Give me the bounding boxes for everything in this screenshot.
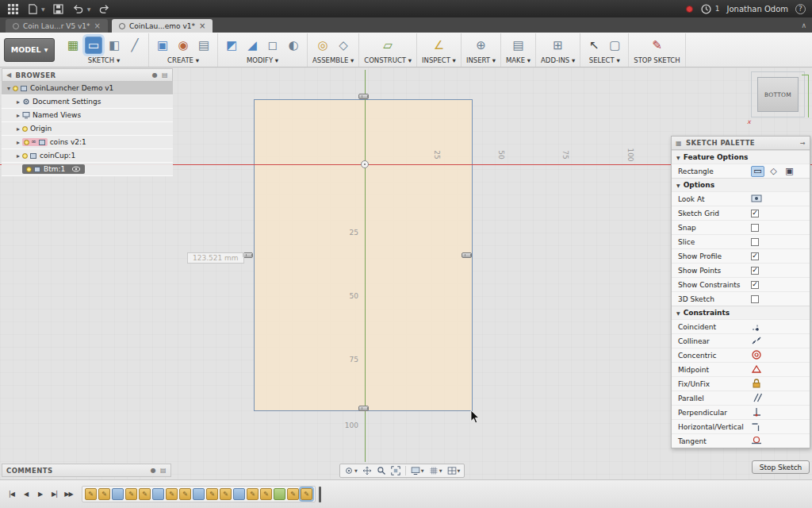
document-tab-2-active[interactable]: CoinLau...emo v1* × <box>112 19 213 33</box>
revolve-icon[interactable]: ◉ <box>174 37 192 54</box>
slice-checkbox[interactable] <box>751 238 759 246</box>
timeline-sketch-operation[interactable]: ✎ <box>260 488 272 500</box>
timeline-sketch-operation[interactable]: ✎ <box>206 488 218 500</box>
timeline-sketch-operation[interactable]: ✎ <box>179 488 191 500</box>
visibility-bulb-icon[interactable] <box>24 140 29 145</box>
file-dropdown-caret-icon[interactable]: ▼ <box>41 6 45 12</box>
timeline-sketch-operation[interactable]: ✎ <box>287 488 299 500</box>
add-ins-icon[interactable]: ⊞ <box>550 37 567 54</box>
horizontal-vertical-icon[interactable] <box>751 421 763 433</box>
tangent-icon[interactable] <box>751 435 763 447</box>
viewcube[interactable]: BOTTOM x <box>747 71 809 124</box>
fit-icon[interactable] <box>389 464 402 477</box>
visibility-bulb-icon[interactable] <box>22 126 28 132</box>
select-window-icon[interactable]: ▢ <box>606 37 623 54</box>
fix-unfix-icon[interactable] <box>751 378 763 390</box>
document-tab-1[interactable]: Coin Lau...r V5 v1* × <box>6 19 108 33</box>
browser-item-named-views[interactable]: ▸Named Views <box>2 109 173 122</box>
timeline-sketch-operation[interactable]: ✎ <box>125 488 137 500</box>
rectangle-bottom-grip[interactable] <box>358 406 369 411</box>
expand-arrow-icon[interactable]: ▸ <box>14 112 22 119</box>
dock-panel-icon[interactable]: → <box>800 140 806 147</box>
3d-print-icon[interactable]: ▤ <box>510 37 527 54</box>
notifications-indicator[interactable]: 1 <box>700 3 720 14</box>
rectangle-right-grip[interactable] <box>462 252 472 258</box>
timeline-green-operation[interactable] <box>274 488 285 500</box>
midpoint-icon[interactable] <box>751 364 763 375</box>
collapse-panel-icon[interactable]: ◀ <box>6 71 12 79</box>
3d-sketch-checkbox[interactable] <box>751 295 759 303</box>
zoom-icon[interactable] <box>375 464 388 477</box>
expand-arrow-icon[interactable]: ▸ <box>14 152 22 160</box>
sketch-rectangle[interactable] <box>254 99 473 411</box>
timeline-sketch-operation[interactable]: ✎ <box>166 488 178 500</box>
timeline-feature-operation[interactable] <box>193 488 205 500</box>
browser-item-btm-1[interactable]: Btm:1 <box>2 163 173 176</box>
timeline-position-marker[interactable] <box>319 487 321 502</box>
rectangle-tool-icon[interactable]: ▭ <box>85 37 102 54</box>
expand-arrow-icon[interactable]: ▾ <box>5 85 13 92</box>
shell-icon[interactable]: ◻ <box>264 37 282 54</box>
display-settings-icon[interactable]: ▼ <box>409 464 426 477</box>
orbit-icon[interactable]: ▼ <box>343 464 359 477</box>
create-sketch-icon[interactable]: ▦ <box>64 37 82 54</box>
panel-options-icon[interactable]: ▤ <box>162 71 168 79</box>
rectangle-top-grip[interactable] <box>358 94 369 99</box>
sketch-grid-checkbox[interactable]: ✓ <box>751 210 759 217</box>
toolbar-menu-construct[interactable]: CONSTRUCT ▾ <box>364 56 412 64</box>
new-component-icon[interactable]: ◇ <box>335 37 352 54</box>
toolbar-menu-create[interactable]: CREATE ▾ <box>167 56 199 64</box>
timeline-sketch-operation[interactable]: ✎ <box>247 488 259 500</box>
visibility-eye-icon[interactable] <box>71 166 81 172</box>
viewcube-face[interactable]: BOTTOM <box>757 77 799 112</box>
extrude-icon[interactable]: ▣ <box>154 37 171 54</box>
timeline-sketch-operation[interactable]: ✎ <box>139 488 151 500</box>
user-account-menu[interactable]: Jonathan Odom <box>726 5 788 13</box>
stop-sketch-icon[interactable]: ✎ <box>648 37 665 54</box>
expand-arrow-icon[interactable]: ▸ <box>14 139 22 146</box>
visibility-bulb-icon[interactable] <box>26 167 32 172</box>
redo-icon[interactable] <box>98 3 110 14</box>
toolbar-menu-insert[interactable]: INSERT ▾ <box>466 56 496 64</box>
expand-arrow-icon[interactable]: ▸ <box>14 125 22 133</box>
collapse-tabbar-icon[interactable]: ∧ <box>801 21 806 29</box>
rectangle-2point-icon[interactable]: ▭ <box>751 166 764 177</box>
help-icon[interactable]: ? <box>795 4 806 14</box>
browser-item-document-settings[interactable]: ▸Document Settings <box>2 95 173 109</box>
screen-record-indicator[interactable] <box>686 6 693 13</box>
timeline-sketch-operation[interactable]: ✎ <box>220 488 232 500</box>
toolbar-menu-modify[interactable]: MODIFY ▾ <box>247 56 278 64</box>
concentric-icon[interactable] <box>751 349 763 361</box>
palette-section-options[interactable]: ▼Options <box>672 178 810 191</box>
joint-icon[interactable]: ◎ <box>314 37 331 54</box>
coincident-icon[interactable] <box>751 321 763 333</box>
viewports-icon[interactable]: ▼ <box>446 464 462 477</box>
rectangle-3point-icon[interactable]: ◇ <box>767 166 780 177</box>
timeline-sketch-operation[interactable]: ✎ <box>301 488 312 500</box>
timeline-feature-operation[interactable] <box>112 488 124 500</box>
timeline-feature-operation[interactable] <box>233 488 245 500</box>
look-at-icon[interactable] <box>751 193 763 205</box>
toolbar-menu-inspect[interactable]: INSPECT ▾ <box>422 56 456 64</box>
perpendicular-icon[interactable] <box>751 406 763 418</box>
go-to-start-button[interactable]: |◀ <box>6 489 17 500</box>
visibility-bulb-icon[interactable] <box>22 153 28 159</box>
combine-icon[interactable]: ◐ <box>285 37 302 54</box>
panel-options-icon[interactable]: ▤ <box>160 467 167 474</box>
comments-bar[interactable]: COMMENTS ● ▤ <box>2 464 171 477</box>
undo-icon[interactable] <box>72 3 85 14</box>
stop-sketch-button[interactable]: Stop Sketch <box>752 460 810 474</box>
go-to-end-button[interactable]: ▶▶ <box>63 489 74 500</box>
toolbar-menu-select[interactable]: SELECT ▾ <box>589 56 620 64</box>
toolbar-menu-stop-sketch[interactable]: STOP SKETCH <box>634 56 680 64</box>
workspace-switcher-button[interactable]: MODEL ▼ <box>4 38 55 62</box>
browser-item-coinlauncher-demo-v1[interactable]: ▾CoinLauncher Demo v1 <box>2 82 173 95</box>
rectangle-left-grip[interactable] <box>243 252 253 258</box>
step-back-button[interactable]: ◀ <box>21 489 31 500</box>
browser-item-coincup-1[interactable]: ▸coinCup:1 <box>2 149 173 163</box>
timeline-sketch-operation[interactable]: ✎ <box>85 488 97 500</box>
show-points-checkbox[interactable]: ✓ <box>751 267 759 275</box>
pan-icon[interactable] <box>361 464 373 477</box>
save-icon[interactable] <box>52 3 65 14</box>
trim-icon[interactable]: ╱ <box>126 37 144 54</box>
